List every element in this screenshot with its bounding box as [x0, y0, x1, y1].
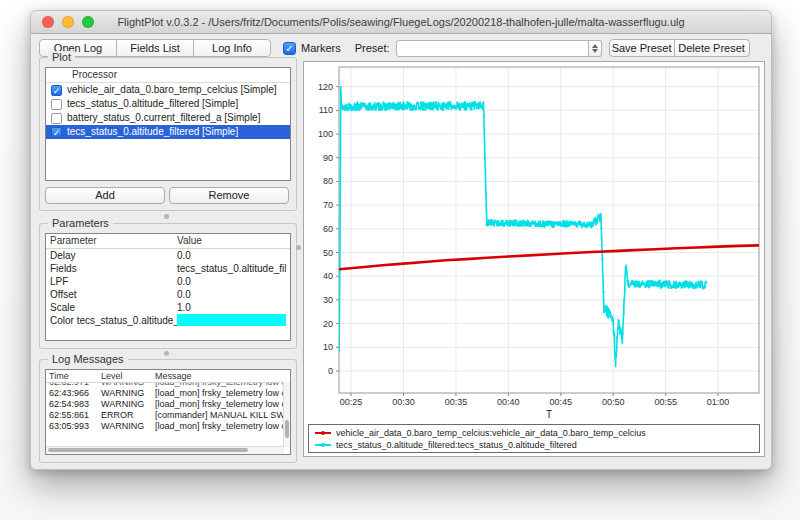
log-messages-group: Log Messages Time Level Message 62:32:97… — [39, 359, 297, 463]
zoom-window-icon[interactable] — [82, 16, 94, 28]
y-tick-label: 70 — [323, 200, 333, 210]
field-label: battery_status_0.current_filtered_a [Sim… — [67, 111, 260, 125]
add-button[interactable]: Add — [45, 187, 165, 204]
parameter-row[interactable]: Fieldstecs_status_0.altitude_filtered — [46, 262, 290, 275]
value-col-header: Value — [177, 234, 286, 248]
x-tick-label: 00:45 — [550, 397, 573, 407]
parameter-value: 0.0 — [177, 275, 286, 288]
parameter-value: 0.0 — [177, 288, 286, 301]
minimize-window-icon[interactable] — [62, 16, 74, 28]
parameter-row[interactable]: Delay0.0 — [46, 249, 290, 262]
toolbar: Open Log Fields List Log Info ✓ Markers … — [39, 38, 763, 58]
field-label: vehicle_air_data_0.baro_temp_celcius [Si… — [67, 83, 277, 97]
legend-label: tecs_status_0.altitude_filtered:tecs_sta… — [336, 440, 577, 450]
preset-stepper-icon[interactable] — [589, 40, 602, 57]
field-label: tecs_status_0.altitude_filtered [Simple] — [67, 125, 238, 139]
y-tick-label: 30 — [323, 295, 333, 305]
chart-panel[interactable]: 010203040506070809010011012000:2500:3000… — [303, 61, 765, 457]
field-checkbox[interactable]: ✓ — [51, 85, 62, 96]
log-message: [load_mon] frsky_telemetry low on sta — [155, 399, 284, 410]
legend-line-icon — [315, 432, 331, 434]
time-col-header: Time — [46, 370, 101, 382]
list-item[interactable]: ✓tecs_status_0.altitude_filtered [Simple… — [46, 125, 290, 139]
list-item[interactable]: tecs_status_0.altitude_filtered [Simple] — [46, 97, 290, 111]
y-tick-label: 20 — [323, 319, 333, 329]
window-title: FlightPlot v.0.3.2 - /Users/fritz/Docume… — [31, 11, 771, 33]
list-item[interactable]: ✓vehicle_air_data_0.baro_temp_celcius [S… — [46, 83, 290, 97]
field-checkbox[interactable]: ✓ — [51, 127, 62, 138]
log-level: WARNING — [101, 399, 155, 410]
y-tick-label: 0 — [328, 366, 333, 376]
parameter-row[interactable]: Color tecs_status_0.altitude_filt... — [46, 314, 290, 327]
log-row[interactable]: 63:05:993WARNING[load_mon] frsky_telemet… — [46, 421, 290, 432]
y-tick-label: 10 — [323, 342, 333, 352]
plot-group-title: Plot — [48, 51, 75, 63]
parameter-name: Fields — [46, 262, 177, 275]
field-checkbox[interactable] — [51, 99, 62, 110]
color-swatch[interactable] — [177, 314, 286, 327]
legend-entry: vehicle_air_data_0.baro_temp_celcius:veh… — [315, 427, 759, 439]
parameter-name: Scale — [46, 301, 177, 314]
x-tick-label: 00:55 — [654, 397, 677, 407]
save-preset-button[interactable]: Save Preset — [609, 39, 675, 57]
close-window-icon[interactable] — [42, 16, 54, 28]
parameters-group-title: Parameters — [48, 217, 113, 229]
log-message: [load_mon] frsky_telemetry low on sta — [155, 388, 284, 399]
parameters-table[interactable]: Parameter Value Delay0.0Fieldstecs_statu… — [45, 233, 291, 341]
x-tick-label: 00:40 — [497, 397, 520, 407]
parameter-name: LPF — [46, 275, 177, 288]
log-level: WARNING — [101, 388, 155, 399]
markers-label: Markers — [301, 42, 341, 54]
y-tick-label: 100 — [318, 129, 333, 139]
x-axis-label: T — [546, 409, 552, 420]
log-time: 62:43:966 — [46, 388, 101, 399]
parameter-value: 0.0 — [177, 249, 286, 262]
parameter-row[interactable]: Scale1.0 — [46, 301, 290, 314]
parameter-row[interactable]: LPF0.0 — [46, 275, 290, 288]
x-tick-label: 00:30 — [392, 397, 415, 407]
log-info-button[interactable]: Log Info — [193, 39, 271, 57]
log-message: [load_mon] frsky_telemetry low on sta — [155, 421, 284, 432]
splitter-handle-icon[interactable] — [164, 214, 169, 219]
x-tick-label: 00:50 — [602, 397, 625, 407]
y-tick-label: 110 — [319, 105, 333, 115]
title-bar[interactable]: FlightPlot v.0.3.2 - /Users/fritz/Docume… — [31, 11, 771, 34]
parameter-name: Color tecs_status_0.altitude_filt... — [46, 314, 177, 327]
preset-label: Preset: — [355, 42, 390, 54]
log-vertical-scrollbar[interactable] — [283, 382, 290, 447]
x-tick-label: 00:35 — [445, 397, 468, 407]
log-horizontal-scrollbar[interactable] — [46, 446, 284, 454]
log-row[interactable]: 62:55:861ERROR[commander] MANUAL KILL SW… — [46, 410, 290, 421]
field-checkbox[interactable] — [51, 113, 62, 124]
remove-button[interactable]: Remove — [169, 187, 289, 204]
parameters-group: Parameters Parameter Value Delay0.0Field… — [39, 223, 297, 349]
series-baro-temp — [339, 245, 759, 269]
series-altitude-filtered — [338, 86, 707, 366]
fields-list-button[interactable]: Fields List — [116, 39, 194, 57]
splitter-handle-icon[interactable] — [164, 351, 169, 356]
parameter-row[interactable]: Offset0.0 — [46, 288, 290, 301]
plot-group: Plot Processor ✓vehicle_air_data_0.baro_… — [39, 57, 297, 211]
list-column-header: Processor — [46, 68, 290, 83]
log-level: WARNING — [101, 421, 155, 432]
log-time: 62:54:983 — [46, 399, 101, 410]
flightplot-window: FlightPlot v.0.3.2 - /Users/fritz/Docume… — [30, 10, 772, 470]
parameter-name: Delay — [46, 249, 177, 262]
parameter-name: Offset — [46, 288, 177, 301]
markers-checkbox[interactable]: ✓ — [283, 42, 296, 55]
log-messages-table[interactable]: Time Level Message 62:32:971WARNING[load… — [45, 369, 291, 455]
delete-preset-button[interactable]: Delete Preset — [674, 39, 750, 57]
plot-field-list[interactable]: Processor ✓vehicle_air_data_0.baro_temp_… — [45, 67, 291, 181]
log-row[interactable]: 62:43:966WARNING[load_mon] frsky_telemet… — [46, 388, 290, 399]
preset-combobox[interactable] — [396, 40, 589, 57]
y-tick-label: 40 — [323, 271, 333, 281]
legend-line-icon — [315, 444, 331, 446]
splitter-handle-icon[interactable] — [296, 245, 301, 250]
chart[interactable]: 010203040506070809010011012000:2500:3000… — [304, 62, 764, 422]
level-col-header: Level — [101, 370, 155, 382]
legend-entry: tecs_status_0.altitude_filtered:tecs_sta… — [315, 439, 759, 451]
list-item[interactable]: battery_status_0.current_filtered_a [Sim… — [46, 111, 290, 125]
log-row[interactable]: 62:54:983WARNING[load_mon] frsky_telemet… — [46, 399, 290, 410]
y-tick-label: 80 — [323, 176, 333, 186]
field-label: tecs_status_0.altitude_filtered [Simple] — [67, 97, 238, 111]
